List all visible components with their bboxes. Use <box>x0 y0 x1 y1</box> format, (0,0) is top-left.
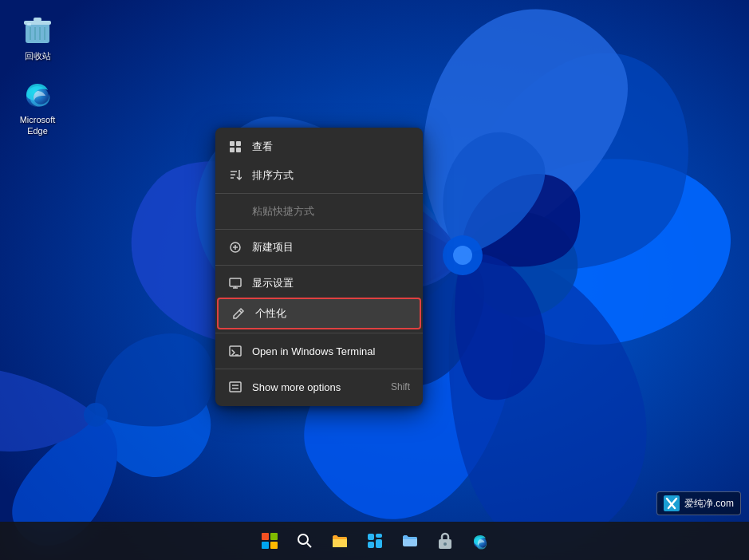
pencil-icon <box>231 306 246 321</box>
edge-taskbar-button[interactable] <box>464 525 496 557</box>
watermark-text: 爱纯净.com <box>684 497 734 511</box>
menu-item-terminal[interactable]: Open in Windows Terminal <box>215 337 423 365</box>
svg-rect-20 <box>230 278 241 286</box>
svg-rect-16 <box>236 148 241 152</box>
divider-2 <box>215 229 423 230</box>
plus-circle-icon <box>228 240 242 254</box>
svg-point-33 <box>298 534 308 544</box>
svg-rect-24 <box>230 346 241 356</box>
svg-rect-38 <box>376 534 382 538</box>
svg-rect-39 <box>368 542 374 548</box>
display-icon <box>228 276 242 290</box>
desktop: 回收站 Microsoft Edge <box>0 0 749 560</box>
menu-display-label: 显示设置 <box>252 276 410 290</box>
svg-rect-6 <box>34 18 41 22</box>
svg-point-43 <box>443 542 447 546</box>
menu-item-display[interactable]: 显示设置 <box>215 269 423 298</box>
menu-item-paste-shortcut[interactable]: 粘贴快捷方式 <box>215 197 423 226</box>
paste-icon <box>228 204 242 219</box>
svg-rect-29 <box>262 533 269 540</box>
menu-personalize-label: 个性化 <box>255 306 407 321</box>
folder-button[interactable] <box>394 525 426 557</box>
svg-rect-14 <box>236 141 241 146</box>
divider-1 <box>215 193 423 194</box>
menu-item-new[interactable]: 新建项目 <box>215 233 423 262</box>
svg-rect-15 <box>230 148 235 152</box>
menu-view-label: 查看 <box>252 140 410 154</box>
file-explorer-button[interactable] <box>324 525 356 557</box>
divider-4 <box>215 333 423 333</box>
edge-icon[interactable]: Microsoft Edge <box>10 76 65 140</box>
svg-point-2 <box>453 246 472 265</box>
menu-more-shortcut: Shift <box>391 381 410 392</box>
menu-more-label: Show more options <box>252 381 381 393</box>
lock-button[interactable] <box>429 525 461 557</box>
svg-rect-40 <box>376 539 382 548</box>
menu-item-more-options[interactable]: Show more options Shift <box>215 373 423 401</box>
context-menu: 查看 排序方式 粘贴快捷方式 <box>215 128 423 406</box>
svg-rect-11 <box>27 23 31 26</box>
svg-rect-30 <box>270 533 278 540</box>
menu-item-view[interactable]: 查看 <box>215 132 423 161</box>
menu-terminal-label: Open in Windows Terminal <box>252 345 410 357</box>
watermark: 爱纯净.com <box>656 491 741 515</box>
menu-item-personalize[interactable]: 个性化 <box>217 298 421 329</box>
divider-5 <box>215 369 423 369</box>
svg-line-23 <box>239 310 242 313</box>
terminal-icon <box>228 344 242 358</box>
svg-rect-36 <box>333 539 347 547</box>
svg-rect-13 <box>230 141 235 146</box>
widgets-button[interactable] <box>359 525 391 557</box>
watermark-logo <box>664 495 680 511</box>
recycle-bin-label: 回收站 <box>25 50 51 61</box>
menu-new-label: 新建项目 <box>252 240 410 254</box>
svg-point-3 <box>84 403 108 427</box>
search-button[interactable] <box>289 525 321 557</box>
svg-rect-37 <box>368 534 374 540</box>
start-menu-button[interactable] <box>254 525 286 557</box>
edge-label: Microsoft Edge <box>13 114 62 137</box>
divider-3 <box>215 265 423 266</box>
taskbar <box>0 522 749 560</box>
svg-rect-26 <box>230 382 241 392</box>
sort-icon <box>228 168 242 183</box>
more-options-icon <box>228 380 242 394</box>
grid-icon <box>228 140 242 154</box>
menu-item-sort[interactable]: 排序方式 <box>215 161 423 190</box>
svg-rect-31 <box>262 542 269 549</box>
menu-sort-label: 排序方式 <box>252 168 410 183</box>
svg-line-34 <box>307 543 311 547</box>
menu-paste-label: 粘贴快捷方式 <box>252 204 410 219</box>
svg-rect-32 <box>270 542 278 549</box>
recycle-bin-icon[interactable]: 回收站 <box>10 12 65 65</box>
